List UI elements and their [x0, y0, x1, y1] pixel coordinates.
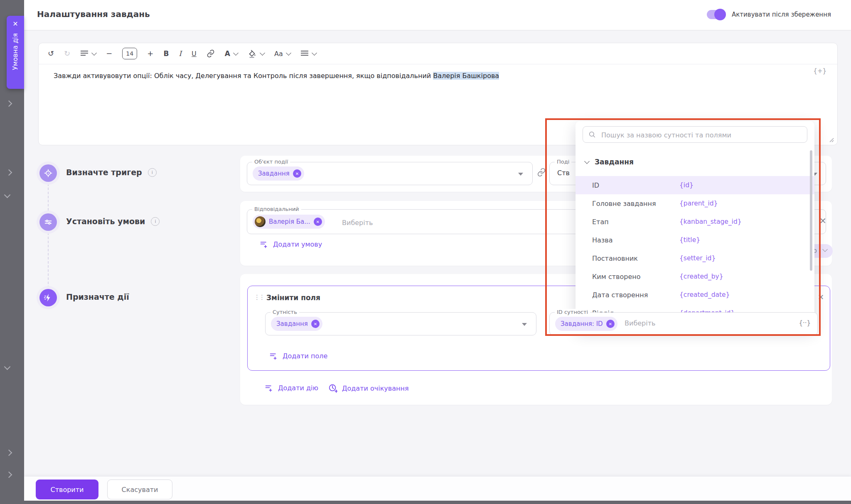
chevron-down-icon[interactable] [4, 364, 11, 370]
insert-token-button[interactable]: {··} [799, 319, 811, 327]
add-condition-button[interactable]: Додати умову [260, 240, 322, 249]
action-title: Змінити поля [266, 294, 320, 302]
step-connector [48, 183, 49, 288]
list-item[interactable]: Ким створено{created_by} [576, 267, 814, 286]
popup-scrollbar[interactable] [810, 150, 812, 271]
list-plus-icon [260, 240, 268, 249]
clock-plus-icon [328, 384, 337, 393]
list-item[interactable]: Постановник{setter_id} [576, 249, 814, 267]
popup-search[interactable] [583, 126, 807, 143]
italic-button[interactable]: I [179, 49, 182, 58]
popup-search-input[interactable] [600, 127, 802, 143]
fill-color-button[interactable] [248, 49, 264, 58]
list-item[interactable]: ID{id} [576, 176, 814, 194]
sliders-icon [44, 218, 53, 227]
list-item[interactable]: Етап{kanban_stage_id} [576, 213, 814, 231]
responsible-chip[interactable]: Валерія Ба... ✕ [253, 215, 325, 229]
entity-id-chip[interactable]: Завдання: ID ✕ [555, 317, 617, 331]
conditions-step-icon [39, 213, 57, 231]
create-button[interactable]: Створити [36, 480, 98, 499]
modal-header: Налаштування завдань Активувати після зб… [24, 0, 851, 30]
redo-button[interactable]: ↻ [64, 50, 70, 57]
chevron-down-icon [91, 50, 97, 56]
target-icon [44, 169, 53, 178]
dropdown-arrow-icon[interactable] [522, 323, 527, 326]
field-picker-popup: Завдання ID{id} Головне завдання{parent_… [576, 121, 814, 330]
info-icon[interactable]: i [148, 168, 157, 177]
list-item[interactable]: Дата створення{created_date} [576, 286, 814, 304]
underline-button[interactable]: U [192, 50, 197, 58]
add-wait-button[interactable]: Додати очікування [328, 384, 409, 393]
event-object-chip[interactable]: Завдання ✕ [253, 166, 304, 181]
search-icon [588, 131, 596, 138]
responsible-placeholder: Виберіть [342, 219, 373, 227]
info-icon[interactable]: i [151, 217, 160, 226]
popup-group-header[interactable]: Завдання [585, 158, 634, 166]
list-plus-icon [265, 384, 273, 392]
chevron-down-icon [584, 159, 590, 164]
trigger-step-icon [39, 164, 57, 182]
event-object-legend: Об'єкт події [252, 159, 290, 165]
chevron-down-icon [286, 50, 291, 56]
font-size-decrease-button[interactable]: − [106, 50, 112, 57]
align-icon [300, 50, 309, 57]
text-case-button[interactable]: Aa [274, 50, 290, 58]
event-object-field[interactable]: Об'єкт події Завдання ✕ [247, 162, 533, 185]
bold-button[interactable]: B [163, 49, 169, 58]
remove-chip-icon[interactable]: ✕ [311, 320, 320, 328]
chevron-down-icon [822, 247, 828, 252]
list-item[interactable]: Назва{title} [576, 231, 814, 249]
dropdown-arrow-icon[interactable] [518, 173, 523, 176]
entity-id-placeholder: Виберіть [625, 319, 655, 327]
undo-button[interactable]: ↺ [48, 50, 54, 57]
link-fields-icon [537, 168, 546, 177]
entity-chip[interactable]: Завдання ✕ [271, 317, 322, 331]
chevron-right-icon[interactable] [6, 169, 12, 176]
activate-toggle[interactable] [707, 10, 725, 19]
entity-legend: Сутність [271, 309, 299, 315]
editor-highlighted-variable[interactable]: Валерія Башкірова [433, 72, 499, 80]
chevron-down-icon [260, 50, 265, 56]
activate-toggle-label: Активувати після збереження [732, 11, 831, 18]
editor-text: Завжди активувовути опції: Облік часу, Д… [54, 72, 433, 80]
insert-variable-button[interactable]: {+} [813, 67, 826, 75]
font-size-value[interactable]: 14 [122, 48, 137, 59]
page-title: Налаштування завдань [37, 9, 150, 19]
lightning-icon [44, 293, 53, 302]
event-legend: Поді [555, 159, 571, 165]
entity-id-field[interactable]: ID сутності Завдання: ID ✕ Виберіть {··} [549, 312, 818, 335]
line-height-button[interactable] [80, 50, 96, 57]
entity-id-legend: ID сутності [555, 309, 590, 315]
link-button[interactable] [207, 49, 215, 58]
remove-condition-button[interactable]: ✕ [819, 217, 826, 225]
align-button[interactable] [300, 50, 316, 57]
resize-handle[interactable] [828, 137, 834, 142]
chevron-right-icon[interactable] [6, 100, 12, 107]
editor-toolbar: ↺ ↻ − 14 + B I U A Aa [39, 43, 837, 64]
line-height-icon [80, 50, 89, 57]
font-size-increase-button[interactable]: + [147, 50, 153, 57]
chevron-down-icon[interactable] [4, 192, 11, 198]
add-field-button[interactable]: Додати поле [269, 352, 327, 360]
close-icon[interactable]: ✕ [12, 21, 18, 27]
chevron-right-icon[interactable] [6, 472, 12, 478]
chevron-down-icon [233, 50, 239, 56]
add-action-button[interactable]: Додати дію [265, 384, 318, 392]
list-plus-icon [269, 352, 278, 360]
fill-color-icon [248, 49, 257, 58]
trigger-step-label: Визначте тригер i [66, 168, 157, 177]
remove-chip-icon[interactable]: ✕ [293, 169, 301, 178]
actions-step-label: Призначте дії [66, 292, 129, 301]
cancel-button[interactable]: Скасувати [107, 480, 172, 499]
remove-action-button[interactable]: ✕ [818, 294, 824, 301]
list-item[interactable]: Головне завдання{parent_id} [576, 194, 814, 213]
drag-handle[interactable]: ⋮⋮ [254, 294, 264, 301]
link-icon [207, 49, 215, 58]
remove-chip-icon[interactable]: ✕ [606, 320, 615, 328]
editor-content[interactable]: Завжди активувовути опції: Облік часу, Д… [39, 64, 837, 81]
entity-field[interactable]: Сутність Завдання ✕ [265, 312, 536, 335]
chevron-right-icon[interactable] [6, 450, 12, 456]
remove-chip-icon[interactable]: ✕ [314, 218, 322, 226]
text-color-button[interactable]: A [225, 49, 238, 58]
conditional-action-tab[interactable]: ✕ Умовна дія [7, 16, 24, 89]
